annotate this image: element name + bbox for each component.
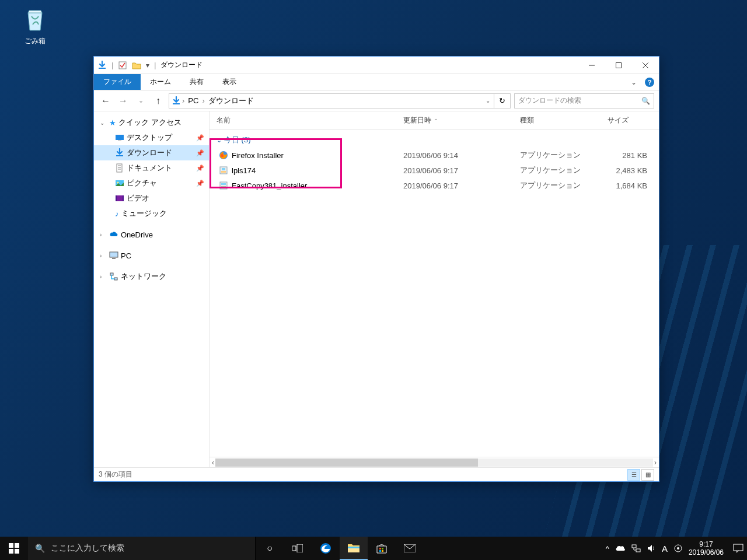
svg-rect-40: [632, 545, 636, 548]
search-input[interactable]: ダウンロードの検索 🔍: [514, 93, 654, 108]
desktop-icon: [115, 133, 124, 142]
svg-rect-8: [118, 141, 121, 141]
chevron-down-icon: ⌄: [217, 136, 222, 144]
action-center-icon[interactable]: [733, 544, 743, 553]
tab-share[interactable]: 共有: [180, 74, 213, 90]
tab-home[interactable]: ホーム: [141, 74, 180, 90]
star-icon: ★: [109, 118, 116, 127]
svg-rect-7: [116, 135, 124, 140]
sidebar-item-music[interactable]: ♪ ミュージック: [94, 206, 209, 221]
breadcrumb-folder[interactable]: ダウンロード: [206, 96, 256, 106]
taskbar-app-explorer[interactable]: [340, 537, 368, 560]
qat-dropdown-icon[interactable]: ▾: [146, 61, 149, 69]
column-size[interactable]: サイズ: [601, 116, 659, 125]
sidebar-item-videos[interactable]: ビデオ: [94, 191, 209, 206]
help-icon[interactable]: ?: [645, 78, 654, 87]
minimize-button[interactable]: [578, 57, 605, 74]
column-type[interactable]: 種類: [513, 116, 601, 125]
qat-properties-icon[interactable]: [118, 61, 127, 70]
search-placeholder: ダウンロードの検索: [518, 96, 641, 106]
recycle-bin-icon: [21, 6, 49, 34]
statusbar: 3 個の項目 ☰ ▦: [94, 467, 659, 481]
close-button[interactable]: [632, 57, 659, 74]
address-bar[interactable]: › PC › ダウンロード ⌄ ↻: [169, 93, 511, 108]
recycle-bin-label: ごみ箱: [12, 36, 58, 46]
svg-rect-6: [173, 103, 180, 104]
sidebar-item-pictures[interactable]: ピクチャ 📌: [94, 176, 209, 191]
svg-rect-16: [116, 195, 124, 201]
nav-up-button[interactable]: ↑: [151, 94, 165, 108]
sidebar-item-documents[interactable]: ドキュメント 📌: [94, 160, 209, 176]
cortana-button[interactable]: ○: [256, 537, 284, 560]
status-item-count: 3 個の項目: [99, 470, 132, 480]
svg-rect-29: [221, 186, 226, 188]
taskbar-app-mail[interactable]: [396, 537, 424, 560]
svg-rect-18: [123, 195, 124, 201]
taskbar-app-store[interactable]: [368, 537, 396, 560]
nav-back-button[interactable]: ←: [99, 94, 113, 108]
task-view-button[interactable]: [284, 537, 312, 560]
qat-folder-icon[interactable]: [132, 61, 141, 70]
ime-mode-icon[interactable]: [673, 544, 683, 553]
scroll-right-icon[interactable]: ›: [654, 459, 657, 467]
firefox-icon: [219, 150, 228, 160]
taskbar: 🔍 ここに入力して検索 ○ ^ A 9:17 2019/06/06: [0, 537, 747, 560]
file-row[interactable]: Firefox Installer 2019/06/06 9:14 アプリケーシ…: [210, 148, 659, 163]
document-icon: [115, 163, 124, 173]
windows-logo-icon: [9, 543, 19, 554]
tab-file[interactable]: ファイル: [94, 74, 141, 90]
network-tray-icon[interactable]: [631, 544, 641, 553]
chevron-right-icon: ›: [100, 274, 107, 280]
svg-rect-35: [379, 548, 381, 550]
sidebar-network[interactable]: › ネットワーク: [94, 269, 209, 284]
file-row[interactable]: lpls174 2019/06/06 9:17 アプリケーション 2,483 K…: [210, 163, 659, 178]
sidebar-item-downloads[interactable]: ダウンロード 📌: [94, 145, 209, 160]
ribbon-collapse-icon[interactable]: ⌄: [626, 78, 641, 86]
onedrive-tray-icon[interactable]: [615, 545, 626, 552]
horizontal-scrollbar[interactable]: ‹ ›: [210, 457, 659, 467]
taskbar-search-input[interactable]: 🔍 ここに入力して検索: [28, 537, 256, 560]
sidebar-onedrive[interactable]: › OneDrive: [94, 227, 209, 242]
svg-rect-36: [382, 548, 383, 550]
sidebar-pc[interactable]: › PC: [94, 248, 209, 263]
svg-rect-9: [116, 155, 123, 156]
nav-recent-dropdown[interactable]: ⌄: [134, 94, 148, 108]
tab-view[interactable]: 表示: [213, 74, 246, 90]
ime-indicator[interactable]: A: [662, 544, 668, 554]
pin-icon: 📌: [196, 164, 204, 172]
column-date[interactable]: 更新日時⌄: [396, 116, 513, 125]
maximize-button[interactable]: [605, 57, 632, 74]
pin-icon: 📌: [196, 134, 204, 142]
svg-rect-20: [112, 258, 116, 259]
nav-forward-button[interactable]: →: [116, 94, 130, 108]
window-title: ダウンロード: [160, 60, 203, 70]
taskbar-app-edge[interactable]: [312, 537, 340, 560]
tray-clock[interactable]: 9:17 2019/06/06: [689, 540, 727, 557]
scroll-left-icon[interactable]: ‹: [212, 459, 214, 467]
group-today[interactable]: ⌄ 今日 (3): [210, 130, 659, 148]
sidebar-quick-access[interactable]: ⌄ ★ クイック アクセス: [94, 115, 209, 130]
recycle-bin[interactable]: ごみ箱: [12, 6, 58, 46]
tray-overflow-icon[interactable]: ^: [606, 544, 609, 553]
view-details-button[interactable]: ☰: [627, 469, 640, 481]
refresh-button[interactable]: ↻: [494, 93, 510, 108]
svg-rect-30: [292, 546, 296, 551]
view-icons-button[interactable]: ▦: [641, 469, 654, 481]
sidebar-item-desktop[interactable]: デスクトップ 📌: [94, 130, 209, 145]
column-name[interactable]: 名前: [210, 116, 396, 125]
downloads-icon: [97, 61, 107, 70]
svg-rect-25: [221, 171, 226, 173]
navbar: ← → ⌄ ↑ › PC › ダウンロード ⌄ ↻ ダウンロードの検索 🔍: [94, 90, 659, 111]
file-row[interactable]: FastCopy381_installer 2019/06/06 9:17 アプ…: [210, 178, 659, 193]
breadcrumb-pc[interactable]: PC: [186, 96, 201, 105]
svg-rect-31: [297, 544, 303, 552]
system-tray: ^ A 9:17 2019/06/06: [602, 537, 747, 560]
search-icon: 🔍: [641, 97, 650, 105]
volume-tray-icon[interactable]: [647, 544, 656, 553]
svg-rect-21: [110, 273, 113, 275]
svg-rect-22: [114, 278, 117, 280]
start-button[interactable]: [0, 537, 28, 560]
videos-icon: [115, 194, 124, 203]
svg-rect-28: [221, 183, 226, 185]
address-dropdown-icon[interactable]: ⌄: [482, 97, 494, 104]
